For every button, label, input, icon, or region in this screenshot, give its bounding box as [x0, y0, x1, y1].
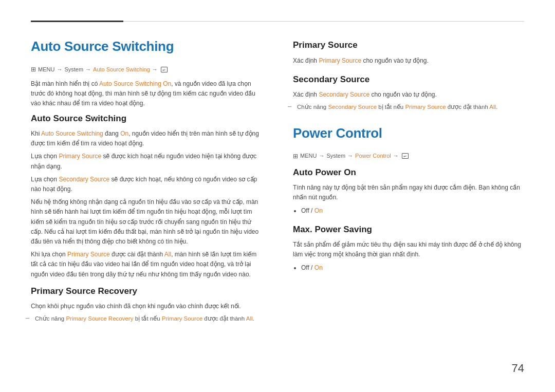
auto-source-p3: Lựa chọn Secondary Source sẽ được kích h… — [31, 175, 262, 194]
auto-power-on-text: Tính năng này tự động bật trên sản phẩm … — [293, 183, 524, 202]
left-main-title: Auto Source Switching — [31, 36, 262, 57]
power-menu-control: Power Control — [355, 152, 391, 160]
secondary-source-text: Xác định Secondary Source cho nguồn vào … — [293, 90, 524, 100]
page-number: 74 — [512, 360, 524, 377]
primary-source-title: Primary Source — [293, 39, 524, 52]
menu-system: System — [64, 65, 83, 74]
section-primary-source-recovery: Primary Source Recovery Chọn khôi phục n… — [31, 285, 262, 324]
auto-source-p5: Khi lựa chọn Primary Source được cài đặt… — [31, 250, 262, 279]
left-column: Auto Source Switching ⊞ MENU → System → … — [31, 36, 262, 329]
section-auto-power-on: Auto Power On Tính năng này tự động bật … — [293, 166, 524, 216]
power-control-title: Power Control — [293, 123, 524, 143]
section-secondary-source: Secondary Source Xác định Secondary Sour… — [293, 73, 524, 112]
secondary-source-note: Chức năng Secondary Source bị tắt nếu Pr… — [293, 103, 524, 111]
section-auto-source-switching: Auto Source Switching Khi Auto Source Sw… — [31, 112, 262, 279]
menu-icon: ⊞ — [31, 65, 36, 74]
auto-source-p2: Lựa chọn Primary Source sẽ được kích hoạ… — [31, 152, 262, 171]
power-return-icon: ↵ — [402, 153, 409, 159]
max-power-saving-title: Max. Power Saving — [293, 223, 524, 236]
auto-source-switching-title: Auto Source Switching — [31, 112, 262, 125]
content-columns: Auto Source Switching ⊞ MENU → System → … — [31, 36, 524, 329]
intro-highlight: Auto Source Switching On — [99, 80, 171, 87]
primary-source-recovery-note: Chức năng Primary Source Recovery bị tắt… — [31, 314, 262, 323]
auto-power-on-title: Auto Power On — [293, 166, 524, 179]
menu-auto-source: Auto Source Switching — [93, 65, 150, 74]
power-menu-icon: ⊞ — [293, 152, 298, 161]
power-menu-prefix: MENU — [300, 152, 317, 160]
power-control-menu-path: ⊞ MENU → System → Power Control → ↵ — [293, 152, 524, 161]
power-menu-system: System — [326, 152, 345, 160]
section-max-power-saving: Max. Power Saving Tắt sản phẩm để giảm m… — [293, 223, 524, 273]
auto-power-on-bullets: Off / On — [301, 206, 524, 216]
max-power-saving-text: Tắt sản phẩm để giảm mức tiêu thụ điện s… — [293, 240, 524, 259]
return-icon: ↵ — [161, 67, 168, 72]
page-container: Auto Source Switching ⊞ MENU → System → … — [0, 0, 555, 392]
secondary-source-title: Secondary Source — [293, 73, 524, 86]
left-menu-path: ⊞ MENU → System → Auto Source Switching … — [31, 65, 262, 74]
auto-source-p4: Nếu hệ thống không nhận dạng cả nguồn tí… — [31, 197, 262, 247]
auto-source-p1: Khi Auto Source Switching đang On, nguồn… — [31, 129, 262, 148]
top-border-line — [123, 21, 524, 22]
section-primary-source: Primary Source Xác định Primary Source c… — [293, 39, 524, 66]
primary-source-recovery-title: Primary Source Recovery — [31, 285, 262, 298]
max-power-saving-bullets: Off / On — [301, 263, 524, 273]
left-intro-text: Bật màn hình hiển thị có Auto Source Swi… — [31, 79, 262, 109]
primary-source-recovery-text: Chọn khôi phục nguồn vào chính đã chọn k… — [31, 302, 262, 311]
power-control-section: Power Control ⊞ MENU → System → Power Co… — [293, 123, 524, 273]
max-power-saving-bullet-1: Off / On — [301, 263, 524, 273]
menu-prefix: MENU — [38, 65, 54, 74]
right-column: Primary Source Xác định Primary Source c… — [293, 36, 524, 329]
auto-power-on-bullet-1: Off / On — [301, 206, 524, 216]
top-border-accent — [31, 21, 123, 22]
primary-source-text: Xác định Primary Source cho nguồn vào tự… — [293, 56, 524, 66]
top-border — [31, 21, 524, 22]
